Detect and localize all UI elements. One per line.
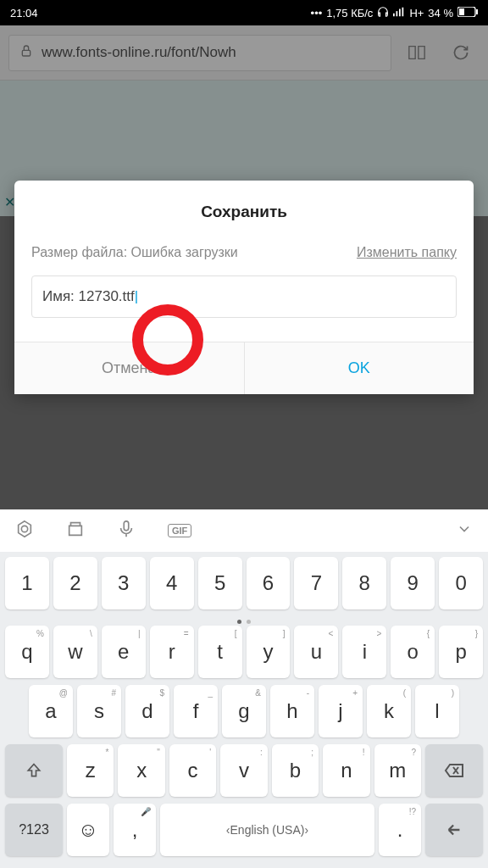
key-q[interactable]: q% <box>5 626 49 678</box>
key-f[interactable]: f_ <box>174 685 218 737</box>
key-7[interactable]: 7 <box>294 557 338 609</box>
svg-marker-8 <box>19 521 31 537</box>
keyboard-toolbar: GIF <box>0 509 488 552</box>
key-m[interactable]: m? <box>374 744 421 797</box>
key-g[interactable]: g& <box>222 685 266 737</box>
collapse-icon[interactable] <box>456 520 473 541</box>
ok-button[interactable]: OK <box>244 342 474 394</box>
mic-icon[interactable] <box>117 520 136 542</box>
key-c[interactable]: c' <box>169 744 216 797</box>
period-key[interactable]: .!? <box>379 804 421 856</box>
key-w[interactable]: w\ <box>53 626 97 678</box>
shift-key[interactable] <box>5 744 63 797</box>
key-9[interactable]: 9 <box>391 557 435 609</box>
svg-rect-10 <box>124 521 129 531</box>
status-network: H+ <box>409 7 424 19</box>
filename-input[interactable]: Имя: 12730.ttf| <box>31 275 457 318</box>
svg-rect-2 <box>399 8 401 16</box>
emoji-key[interactable]: ☺ <box>67 804 109 856</box>
key-p[interactable]: p} <box>439 626 483 678</box>
key-l[interactable]: l) <box>415 685 459 737</box>
keyboard-row-2: q%w\e|r=t[y]u<i>o{p} <box>3 626 485 678</box>
headphones-icon <box>377 6 389 20</box>
keyboard-row-1: 1234567890 <box>3 557 485 609</box>
size-label: Размер файла: <box>31 245 127 259</box>
keyboard-row-5: ?123 ☺ ,🎤 ‹ English (USA) › .!? <box>3 804 485 856</box>
key-u[interactable]: u< <box>294 626 338 678</box>
backspace-key[interactable] <box>425 744 483 797</box>
key-r[interactable]: r= <box>150 626 194 678</box>
key-e[interactable]: e| <box>102 626 146 678</box>
gif-icon[interactable]: GIF <box>168 524 191 537</box>
size-error: Ошибка загрузки <box>131 245 238 259</box>
key-x[interactable]: x" <box>118 744 164 797</box>
key-i[interactable]: i> <box>342 626 386 678</box>
key-d[interactable]: d$ <box>125 685 169 737</box>
enter-key[interactable] <box>425 804 483 856</box>
key-v[interactable]: v: <box>220 744 267 797</box>
dialog-actions: Отмена OK <box>14 342 474 394</box>
key-j[interactable]: j+ <box>319 685 363 737</box>
key-3[interactable]: 3 <box>102 557 146 609</box>
key-8[interactable]: 8 <box>342 557 386 609</box>
svg-rect-6 <box>476 9 478 14</box>
svg-rect-0 <box>393 13 395 16</box>
battery-icon <box>458 7 478 19</box>
key-b[interactable]: b; <box>272 744 319 797</box>
keyboard: GIF 1234567890 q%w\e|r=t[y]u<i>o{p} a@s#… <box>0 509 488 868</box>
svg-rect-5 <box>459 8 464 15</box>
key-h[interactable]: h- <box>270 685 314 737</box>
comma-key[interactable]: ,🎤 <box>114 804 156 856</box>
symbols-key[interactable]: ?123 <box>5 804 63 856</box>
status-right: ••• 1,75 КБ/с H+ 34 % <box>311 6 478 20</box>
keyboard-row-3: a@s#d$f_g&h-j+k(l) <box>3 685 485 737</box>
svg-rect-1 <box>396 11 398 16</box>
dialog-title: Сохранить <box>14 181 474 245</box>
save-dialog: Сохранить Размер файла: Ошибка загрузки … <box>14 181 474 394</box>
file-info: Размер файла: Ошибка загрузки Изменить п… <box>31 245 457 260</box>
signal-icon <box>393 7 405 19</box>
key-5[interactable]: 5 <box>198 557 242 609</box>
key-6[interactable]: 6 <box>247 557 291 609</box>
key-1[interactable]: 1 <box>5 557 49 609</box>
status-battery: 34 % <box>428 7 453 19</box>
settings-icon[interactable] <box>15 520 34 542</box>
key-0[interactable]: 0 <box>439 557 483 609</box>
clipboard-icon[interactable] <box>66 520 85 542</box>
key-y[interactable]: y] <box>247 626 291 678</box>
key-2[interactable]: 2 <box>53 557 97 609</box>
svg-rect-3 <box>402 7 404 16</box>
key-k[interactable]: k( <box>367 685 411 737</box>
key-n[interactable]: n! <box>323 744 369 797</box>
key-s[interactable]: s# <box>77 685 121 737</box>
key-o[interactable]: o{ <box>391 626 435 678</box>
more-icon: ••• <box>311 7 323 19</box>
key-a[interactable]: a@ <box>29 685 73 737</box>
status-speed: 1,75 КБ/с <box>326 7 373 19</box>
cancel-button[interactable]: Отмена <box>14 342 244 394</box>
key-t[interactable]: t[ <box>198 626 242 678</box>
change-folder-link[interactable]: Изменить папку <box>357 245 457 260</box>
status-time: 21:04 <box>10 7 38 19</box>
status-bar: 21:04 ••• 1,75 КБ/с H+ 34 % <box>0 0 488 25</box>
key-4[interactable]: 4 <box>150 557 194 609</box>
keyboard-row-4: z*x"c'v:b;n!m? <box>3 744 485 797</box>
space-key[interactable]: ‹ English (USA) › <box>160 804 374 856</box>
svg-point-9 <box>21 526 27 531</box>
key-z[interactable]: z* <box>67 744 114 797</box>
